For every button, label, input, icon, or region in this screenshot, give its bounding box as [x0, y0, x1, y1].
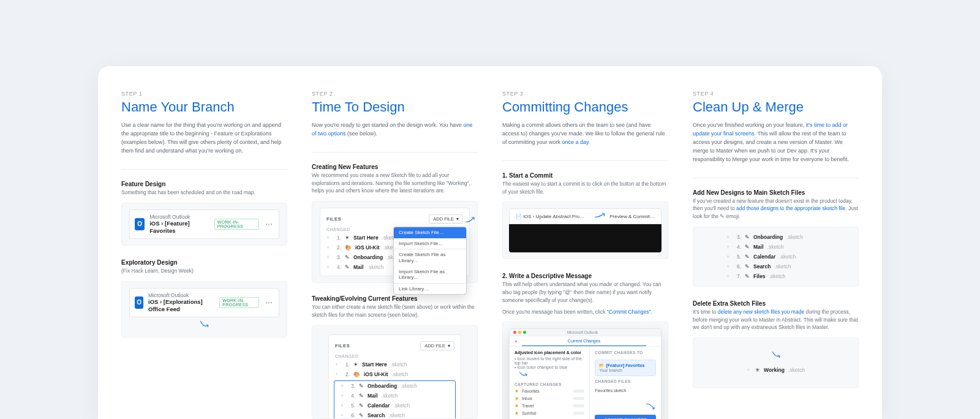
- artboard-name: Inbox: [522, 396, 532, 401]
- step-title: Committing Changes: [502, 99, 668, 115]
- more-icon[interactable]: ⋯: [264, 298, 274, 307]
- preview-commit-button[interactable]: Preview & Commit…: [609, 214, 655, 219]
- zoom-icon[interactable]: [523, 331, 526, 334]
- expand-icon[interactable]: +: [341, 412, 345, 418]
- figure-files-panel-menu: FILES ADD FILE▾ Create Sketch File… Impo…: [312, 201, 478, 283]
- document-card: STEP 1 Name Your Branch Use a clear name…: [98, 66, 882, 419]
- file-row[interactable]: +2.🎨iOS UI-Kit.sketch: [329, 369, 461, 379]
- add-file-button[interactable]: ADD FILE▾: [420, 341, 454, 350]
- divider: [312, 152, 478, 153]
- artboard-row: ★Favorites: [514, 388, 584, 394]
- expand-icon[interactable]: +: [726, 273, 731, 279]
- artboard-name: Travel: [522, 404, 533, 408]
- step-intro: Use a clear name for the thing that you'…: [121, 121, 287, 156]
- step-intro: Now you're ready to get started on the d…: [312, 121, 478, 138]
- inline-link[interactable]: "Commit Changes": [607, 309, 651, 315]
- subtext: If you've created a new feature that doe…: [693, 197, 859, 221]
- file-type-icon: ✎: [345, 264, 350, 270]
- inline-link[interactable]: add those designs to the appropriate ske…: [736, 205, 845, 211]
- inline-link[interactable]: once a day: [562, 139, 589, 145]
- expand-icon[interactable]: +: [335, 371, 340, 377]
- star-icon: ★: [514, 396, 519, 401]
- file-index: 4.: [335, 264, 341, 270]
- file-row[interactable]: +3.✎Onboarding.sketch: [334, 381, 455, 391]
- expand-icon[interactable]: +: [326, 254, 331, 260]
- window-title: Microsoft Outlook: [528, 330, 637, 334]
- expand-icon[interactable]: +: [726, 234, 731, 240]
- figure-main-files: +3.✎Onboarding.sketch+4.✎Mail.sketch+5.✎…: [693, 227, 859, 287]
- file-row[interactable]: +4.✎Mail.sketch: [334, 391, 455, 401]
- menu-item[interactable]: Import Sketch File…: [394, 238, 466, 249]
- file-row[interactable]: +5.✎Calendar.sketch: [720, 252, 831, 262]
- file-row[interactable]: +6.✎Search.sketch: [720, 262, 831, 271]
- file-name: Onboarding: [753, 234, 783, 240]
- figure-explore-chip: O Microsoft Outlook iOS › [Explorations]…: [121, 281, 287, 338]
- menu-item[interactable]: Create Sketch File…: [394, 227, 466, 238]
- expand-icon[interactable]: +: [341, 393, 345, 399]
- thumb-placeholder: [573, 397, 584, 400]
- expand-icon[interactable]: +: [726, 254, 731, 260]
- file-index: 7.: [735, 273, 741, 279]
- file-type-icon: ✎: [745, 234, 750, 240]
- menu-item[interactable]: Import Sketch File as Library…: [394, 266, 466, 283]
- minimize-icon[interactable]: [518, 331, 521, 334]
- subtext: You can either create a new sketch file …: [312, 303, 478, 319]
- close-icon[interactable]: [513, 331, 516, 334]
- inline-link[interactable]: delete any new sketch files you made: [718, 309, 804, 315]
- subhead: Creating New Features: [312, 164, 478, 170]
- file-type-icon: ✎: [359, 393, 364, 399]
- expand-icon[interactable]: +: [326, 235, 331, 241]
- file-type-icon: ✎: [745, 263, 750, 270]
- expand-icon[interactable]: +: [326, 244, 331, 251]
- file-name: iOS UI-Kit: [364, 371, 388, 377]
- target-branch: 📂 [Feature] Favorites Your branch: [595, 360, 656, 376]
- changed-label: CHANGED: [329, 353, 461, 360]
- thumb-placeholder: [573, 404, 584, 407]
- more-icon[interactable]: ⋯: [264, 220, 274, 228]
- step-label: STEP 3: [502, 91, 668, 97]
- file-row[interactable]: +4.✎Mail.sketch: [720, 242, 831, 252]
- expand-icon[interactable]: +: [726, 244, 731, 250]
- file-type-icon: 🎨: [345, 244, 352, 251]
- subtext: This will help others understand what yo…: [502, 281, 668, 304]
- file-ext: .sketch: [388, 412, 405, 418]
- back-icon[interactable]: ◂: [510, 336, 522, 346]
- branch-path: iOS › [Feature] Favorites: [149, 220, 205, 235]
- expand-icon[interactable]: +: [747, 367, 752, 373]
- commit-changes-button[interactable]: COMMIT CHANGES: [595, 415, 656, 419]
- menu-item[interactable]: Create Sketch File as Library…: [394, 249, 466, 266]
- file-type-icon: ✎: [745, 244, 750, 250]
- file-ext: .sketch: [774, 263, 791, 270]
- file-name: Mail: [353, 264, 364, 270]
- figure-files-panel-boxed: FILES ADD FILE▾ CHANGED +1.✶Start Here.s…: [312, 325, 478, 419]
- file-name: Start Here: [362, 361, 387, 368]
- annotation-arrow-icon: [129, 320, 279, 331]
- step-2-column: STEP 2 Time To Design Now you're ready t…: [300, 91, 490, 419]
- expand-icon[interactable]: +: [341, 383, 345, 389]
- expand-icon[interactable]: +: [341, 402, 345, 409]
- file-row[interactable]: +7.✎Files.sketch: [720, 271, 831, 281]
- annotation-arrow-icon: [594, 212, 606, 221]
- file-ext: .sketch: [779, 254, 796, 260]
- subtext: We recommend you create a new Sketch fil…: [312, 172, 478, 195]
- subhead: Exploratory Design: [121, 259, 287, 266]
- menu-item[interactable]: Link Library…: [394, 284, 466, 295]
- changed-file: Favorites.sketch: [595, 388, 656, 393]
- annotation-arrow-icon: [518, 371, 528, 379]
- add-file-button[interactable]: ADD FILE▾: [429, 214, 463, 224]
- file-name: Mail: [368, 393, 378, 399]
- file-row[interactable]: +6.✎Search.sketch: [334, 410, 455, 419]
- expand-icon[interactable]: +: [335, 361, 340, 368]
- tab-current-changes[interactable]: Current Changes: [522, 336, 646, 346]
- file-row[interactable]: +3.✎Onboarding.sketch: [720, 232, 831, 242]
- subhead: Tweaking/Evolving Current Features: [312, 295, 478, 302]
- file-type-icon: ✶: [353, 361, 358, 368]
- step-1-column: STEP 1 Name Your Branch Use a clear name…: [109, 91, 300, 419]
- file-row[interactable]: +1.✶Start Here.sketch: [329, 360, 461, 369]
- expand-icon[interactable]: +: [326, 264, 331, 270]
- expand-icon[interactable]: +: [726, 263, 731, 270]
- step-4-column: STEP 4 Clean Up & Merge Once you've fini…: [680, 91, 871, 419]
- file-row[interactable]: +5.✎Calendar.sketch: [334, 401, 455, 410]
- branch-chip: O Microsoft Outlook iOS › [Feature] Favo…: [129, 210, 279, 239]
- file-type-icon: 🎨: [353, 371, 360, 377]
